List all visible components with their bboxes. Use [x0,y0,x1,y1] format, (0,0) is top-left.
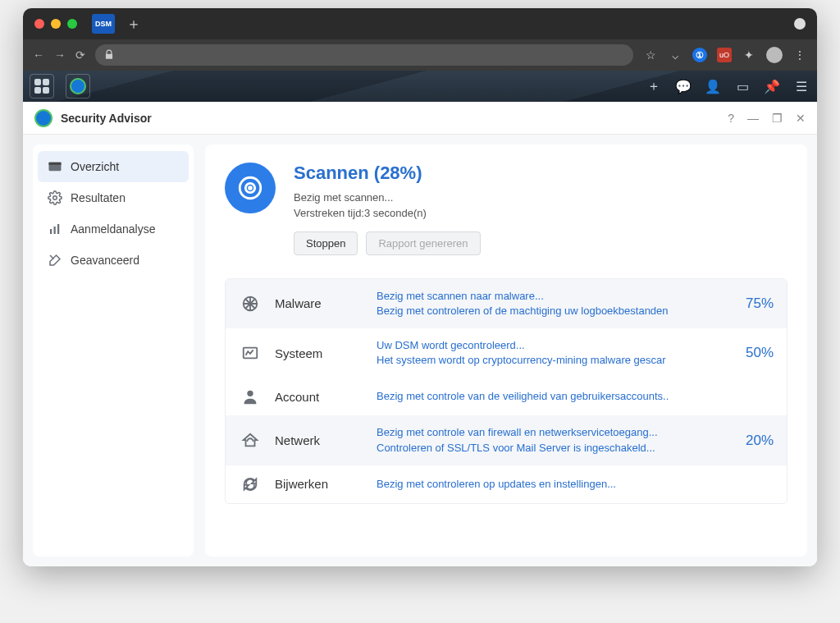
sidebar-item-advanced[interactable]: Geavanceerd [38,245,189,276]
svg-rect-3 [50,229,52,234]
status-line: Bezig met controle van firewall en netwe… [377,425,719,440]
category-name: Account [275,390,363,404]
status-line: Uw DSM wordt gecontroleerd... [377,338,719,353]
dsm-topbar: ＋ 💬 👤 ▭ 📌 ☰ [23,71,817,102]
browser-menu-icon[interactable]: ⋮ [792,48,807,62]
macos-titlebar: DSM ＋ [23,8,817,39]
status-line: Bezig met controleren of de machtiging u… [377,304,719,318]
help-button[interactable]: ? [728,112,734,125]
sidebar-item-label: Geavanceerd [71,254,139,267]
app-title: Security Advisor [61,112,152,125]
onepassword-icon[interactable]: ① [692,48,707,62]
pocket-icon[interactable]: ⌵ [668,48,682,62]
tools-icon [48,253,62,268]
window-minimize-icon[interactable] [51,19,61,29]
account-icon [239,387,262,405]
category-status: Bezig met controle van de veiligheid van… [377,389,719,404]
svg-rect-5 [57,224,59,234]
browser-toolbar: ← → ⟳ ☆ ⌵ ① uO ✦ ⋮ [23,39,817,71]
profile-avatar-icon[interactable] [766,47,783,63]
extensions-icon[interactable]: ✦ [742,48,756,62]
dsm-chat-icon[interactable]: 💬 [674,77,692,95]
results-icon [48,190,62,205]
scan-target-icon [225,163,276,213]
category-percent: 20% [733,433,774,449]
svg-point-11 [247,391,253,396]
window-close-icon[interactable] [34,19,44,29]
close-button[interactable]: ✕ [796,112,806,125]
dsm-pin-icon[interactable]: 📌 [763,77,781,95]
generate-report-button: Rapport genereren [366,231,480,255]
category-percent: 50% [733,345,774,361]
update-icon [239,475,262,493]
sidebar-item-login-analysis[interactable]: Aanmeldanalyse [38,213,189,245]
status-line: Bezig met scannen naar malware... [377,289,719,304]
svg-point-2 [53,196,57,200]
category-status: Bezig met controle van firewall en netwe… [377,425,719,455]
browser-window: DSM ＋ ← → ⟳ ☆ ⌵ ① uO ✦ ⋮ ＋ 💬 👤 ▭ [23,8,817,566]
dsm-taskbar-app[interactable] [66,74,90,98]
category-row: Bijwerken Bezig met controleren op updat… [226,465,787,503]
stop-button[interactable]: Stoppen [294,231,358,255]
back-button[interactable]: ← [33,48,44,62]
malware-icon [239,295,262,313]
app-logo-icon [34,109,52,127]
traffic-lights [34,19,77,29]
reload-button[interactable]: ⟳ [75,48,85,62]
scan-elapsed: Verstreken tijd:3 seconde(n) [294,206,481,222]
dsm-add-icon[interactable]: ＋ [645,77,663,95]
category-row: Netwerk Bezig met controle van firewall … [226,415,787,465]
dsm-user-icon[interactable]: 👤 [704,77,722,95]
status-line: Controleren of SSL/TLS voor Mail Server … [377,441,719,456]
main-panel: Scannen (28%) Bezig met scannen... Verst… [205,144,807,557]
sidebar-item-label: Aanmeldanalyse [71,222,156,236]
category-row: Account Bezig met controle van de veilig… [226,378,787,415]
svg-rect-4 [54,227,56,234]
app-body: Overzicht Resultaten Aanmeldanalyse [23,135,817,566]
forward-button[interactable]: → [54,48,66,62]
dsm-main-menu-button[interactable] [30,74,54,98]
lock-icon [103,49,115,61]
minimize-button[interactable]: — [747,112,759,125]
category-row: Malware Bezig met scannen naar malware..… [226,279,787,328]
browser-tab[interactable]: DSM [92,14,115,34]
category-status: Uw DSM wordt gecontroleerd... Het systee… [377,338,719,368]
scan-header: Scannen (28%) Bezig met scannen... Verst… [225,163,788,255]
dsm-widgets-icon[interactable]: ▭ [733,77,751,95]
system-icon [239,344,262,362]
new-tab-button[interactable]: ＋ [126,14,141,34]
category-name: Netwerk [275,433,363,447]
sidebar-item-results[interactable]: Resultaten [38,182,189,213]
svg-rect-1 [49,163,62,165]
sidebar-item-label: Resultaten [71,191,126,204]
overview-icon [48,159,62,174]
app-window: Security Advisor ? — ❐ ✕ Overzicht [23,102,817,566]
status-line: Het systeem wordt op cryptocurrency-mini… [377,353,719,368]
sidebar: Overzicht Resultaten Aanmeldanalyse [33,144,194,557]
category-list: Malware Bezig met scannen naar malware..… [225,278,788,504]
maximize-button[interactable]: ❐ [772,112,783,125]
window-zoom-icon[interactable] [67,19,77,29]
sidebar-item-overview[interactable]: Overzicht [38,151,189,182]
grid-icon [34,79,49,94]
app-header: Security Advisor ? — ❐ ✕ [23,102,817,135]
category-status: Bezig met scannen naar malware... Bezig … [377,289,719,318]
address-bar[interactable] [95,44,633,66]
tab-overflow-icon[interactable] [794,18,806,30]
dsm-settings-icon[interactable]: ☰ [792,77,810,95]
category-name: Malware [275,296,363,310]
network-icon [239,432,262,450]
status-line: Bezig met controleren op updates en inst… [377,477,719,492]
star-icon[interactable]: ☆ [643,48,658,62]
scan-title: Scannen (28%) [294,163,481,184]
category-row: Systeem Uw DSM wordt gecontroleerd... He… [226,328,787,378]
ublock-icon[interactable]: uO [717,48,732,62]
category-name: Systeem [275,346,363,360]
svg-point-8 [249,187,252,190]
category-percent: 75% [733,295,774,312]
category-status: Bezig met controleren op updates en inst… [377,477,719,492]
category-name: Bijwerken [275,477,363,491]
chart-icon [48,222,62,236]
scan-status: Bezig met scannen... [294,190,481,206]
sidebar-item-label: Overzicht [71,160,119,173]
